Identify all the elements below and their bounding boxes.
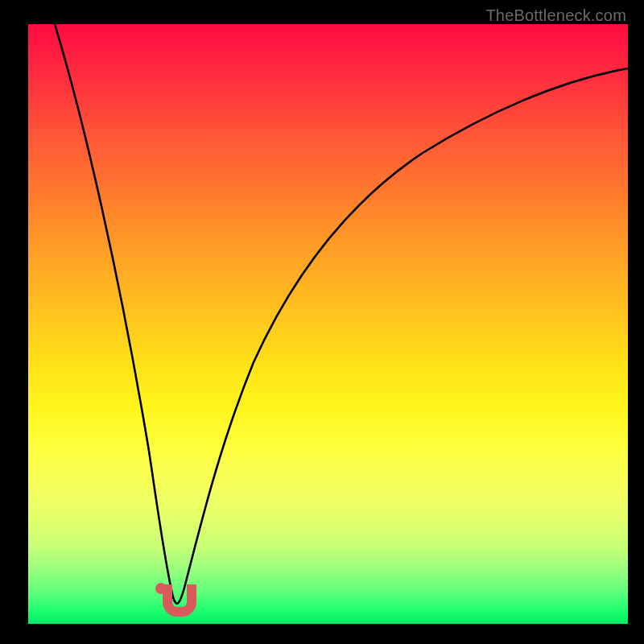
outer-frame: TheBottleneck.com bbox=[0, 0, 644, 644]
marker-u-shape bbox=[163, 584, 196, 617]
plot-area bbox=[28, 24, 628, 624]
marker-layer bbox=[28, 24, 628, 624]
watermark-text: TheBottleneck.com bbox=[485, 6, 626, 25]
